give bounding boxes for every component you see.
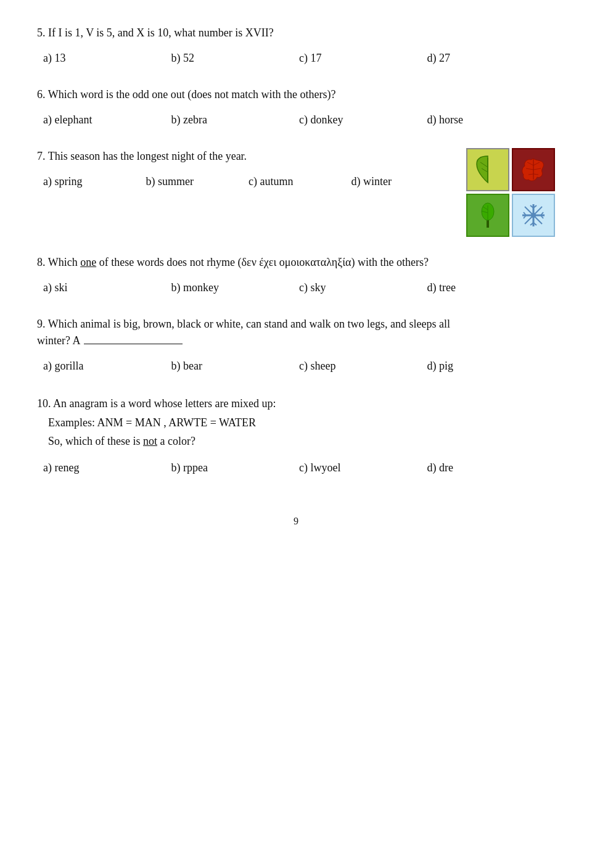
q5-answer-b[interactable]: b) 52: [171, 48, 300, 69]
q9-answer-b[interactable]: b) bear: [171, 355, 300, 377]
q10-answer-a[interactable]: a) reneg: [43, 457, 171, 479]
svg-point-20: [531, 213, 536, 218]
question-6-text: 6. Which word is the odd one out (does n…: [37, 86, 555, 103]
q8-answer-d[interactable]: d) tree: [427, 277, 556, 299]
q7-answer-d[interactable]: d) winter: [352, 171, 454, 192]
q5-answers: a) 13 b) 52 c) 17 d) 27: [37, 48, 555, 69]
page-number: 9: [37, 516, 555, 527]
q7-answers: a) spring b) summer c) autumn d) winter: [37, 171, 454, 192]
q5-answer-d[interactable]: d) 27: [427, 48, 556, 69]
q5-answer-c[interactable]: c) 17: [299, 48, 427, 69]
q6-answer-d[interactable]: d) horse: [427, 109, 556, 131]
q8-answer-c[interactable]: c) sky: [299, 277, 427, 299]
q8-underline-one: one: [80, 256, 96, 268]
autumn-leaf-icon: [520, 156, 547, 183]
question-9: 9. Which animal is big, brown, black or …: [37, 316, 555, 377]
q6-number: 6.: [37, 88, 46, 101]
q8-answer-b[interactable]: b) monkey: [171, 277, 300, 299]
q9-answer-a[interactable]: a) gorilla: [43, 355, 171, 377]
question-10: 10. An anagram is a word whose letters a…: [37, 394, 555, 479]
q10-answer-b[interactable]: b) rppea: [171, 457, 300, 479]
q9-answers: a) gorilla b) bear c) sheep d) pig: [37, 355, 555, 377]
q10-number: 10.: [37, 397, 51, 410]
question-5-text: 5. If I is 1, V is 5, and X is 10, what …: [37, 25, 555, 41]
q7-body: This season has the longest night of the…: [48, 150, 247, 162]
q6-body: Which word is the odd one out (does not …: [48, 88, 336, 101]
winter-snowflake-icon: [520, 202, 547, 229]
q10-line1: An anagram is a word whose letters are m…: [53, 397, 276, 410]
question-5: 5. If I is 1, V is 5, and X is 10, what …: [37, 25, 555, 69]
q5-answer-a[interactable]: a) 13: [43, 48, 171, 69]
q7-answer-b[interactable]: b) summer: [146, 171, 249, 192]
q8-answers: a) ski b) monkey c) sky d) tree: [37, 277, 555, 299]
question-8: 8. Which one of these words does not rhy…: [37, 254, 555, 299]
q5-body: If I is 1, V is 5, and X is 10, what num…: [48, 27, 274, 39]
q9-answer-d[interactable]: d) pig: [427, 355, 556, 377]
q7-with-images: 7. This season has the longest night of …: [37, 148, 555, 237]
question-10-text: 10. An anagram is a word whose letters a…: [37, 394, 555, 451]
q7-text-side: 7. This season has the longest night of …: [37, 148, 454, 192]
q9-number: 9.: [37, 318, 46, 330]
q10-underline-not: not: [143, 435, 157, 447]
q9-line2: winter? A: [37, 334, 80, 347]
question-8-text: 8. Which one of these words does not rhy…: [37, 254, 555, 271]
q7-answer-c[interactable]: c) autumn: [249, 171, 352, 192]
q6-answer-a[interactable]: a) elephant: [43, 109, 171, 131]
question-9-text: 9. Which animal is big, brown, black or …: [37, 316, 555, 349]
season-summer-box: [466, 194, 509, 237]
season-autumn-box: [512, 148, 555, 191]
q9-blank: [84, 344, 183, 344]
q6-answers: a) elephant b) zebra c) donkey d) horse: [37, 109, 555, 131]
q10-answers: a) reneg b) rppea c) lwyoel d) dre: [37, 457, 555, 479]
q9-answer-c[interactable]: c) sheep: [299, 355, 427, 377]
q8-number: 8.: [37, 256, 46, 268]
question-6: 6. Which word is the odd one out (does n…: [37, 86, 555, 131]
q8-answer-a[interactable]: a) ski: [43, 277, 171, 299]
season-spring-box: [466, 148, 509, 191]
q10-line3-part2: a color?: [157, 435, 195, 447]
q6-answer-b[interactable]: b) zebra: [171, 109, 300, 131]
summer-plant-icon: [475, 200, 500, 230]
q10-line2: Examples: ANM = MAN , ARWTE = WATER: [48, 416, 256, 429]
q7-number: 7.: [37, 150, 46, 162]
q10-answer-d[interactable]: d) dre: [427, 457, 556, 479]
question-7: 7. This season has the longest night of …: [37, 148, 555, 237]
q8-greek-text: δεν έχει ομοιοκαταληξία: [242, 256, 352, 268]
question-7-text: 7. This season has the longest night of …: [37, 148, 454, 165]
season-images-grid: [466, 148, 555, 237]
season-winter-box: [512, 194, 555, 237]
q7-answer-a[interactable]: a) spring: [43, 171, 146, 192]
q10-line3-part1: So, which of these is: [48, 435, 143, 447]
spring-leaf-icon: [475, 155, 500, 184]
q10-answer-c[interactable]: c) lwyoel: [299, 457, 427, 479]
q5-number: 5.: [37, 27, 46, 39]
q6-answer-c[interactable]: c) donkey: [299, 109, 427, 131]
q9-line1: Which animal is big, brown, black or whi…: [48, 318, 450, 330]
